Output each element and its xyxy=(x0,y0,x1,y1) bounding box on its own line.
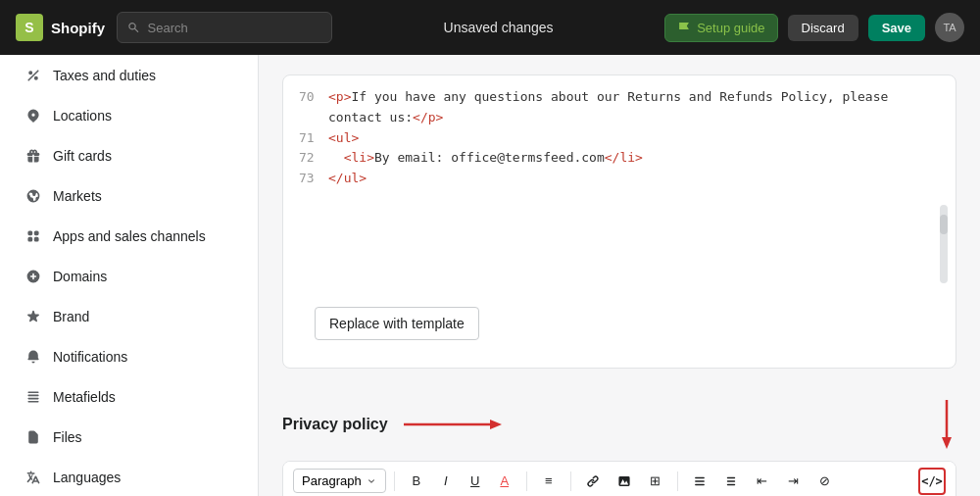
brand-icon xyxy=(24,307,43,326)
sidebar-label-domains: Domains xyxy=(53,269,107,284)
search-bar[interactable] xyxy=(117,12,332,43)
sidebar-item-apps[interactable]: Apps and sales channels xyxy=(8,217,250,256)
save-button[interactable]: Save xyxy=(868,15,925,41)
search-input[interactable] xyxy=(148,21,321,35)
align-button[interactable]: ≡ xyxy=(535,468,563,495)
italic-button[interactable]: I xyxy=(432,468,460,495)
sidebar: Taxes and duties Locations Gift cards Ma… xyxy=(0,55,259,496)
percent-icon xyxy=(24,66,43,85)
sidebar-label-metafields: Metafields xyxy=(53,389,116,405)
sidebar-label-brand: Brand xyxy=(53,309,89,324)
clear-format-button[interactable]: ⊘ xyxy=(811,468,839,495)
sidebar-item-notifications[interactable]: Notifications xyxy=(8,337,250,376)
gift-icon xyxy=(24,146,43,166)
unordered-list-icon xyxy=(693,474,707,488)
sidebar-item-files[interactable]: Files xyxy=(8,418,250,457)
flag-icon xyxy=(677,21,691,34)
logo-mark: S xyxy=(16,14,43,41)
topbar-left: S Shopify xyxy=(16,12,332,43)
privacy-section: Privacy policy xyxy=(282,384,956,496)
section-title: Privacy policy xyxy=(282,416,502,433)
avatar: TA xyxy=(935,13,964,42)
list-button[interactable] xyxy=(686,468,713,495)
sidebar-item-taxes[interactable]: Taxes and duties xyxy=(8,56,250,95)
location-icon xyxy=(24,106,43,125)
main-content: 70 <p>If you have any questions about ou… xyxy=(259,55,980,496)
sidebar-label-gift-cards: Gift cards xyxy=(53,148,112,164)
toolbar-separator-3 xyxy=(570,471,571,491)
editor-toolbar: Paragraph B I U A ≡ xyxy=(283,462,956,496)
sidebar-label-notifications: Notifications xyxy=(53,349,127,365)
topbar-right: Setup guide Discard Save TA xyxy=(664,13,964,42)
code-line-73: 73 </ul> xyxy=(299,169,940,189)
red-arrow-down-icon xyxy=(937,400,956,449)
indent-increase-button[interactable]: ⇥ xyxy=(780,468,808,495)
arrow-annotation xyxy=(404,417,502,432)
code-line-70: 70 <p>If you have any questions about ou… xyxy=(299,87,940,128)
svg-marker-1 xyxy=(490,420,502,429)
sidebar-item-metafields[interactable]: Metafields xyxy=(8,377,250,417)
down-arrow-annotation xyxy=(937,400,956,449)
table-button[interactable]: ⊞ xyxy=(642,468,669,495)
sidebar-label-markets: Markets xyxy=(53,188,102,204)
toolbar-separator xyxy=(394,471,395,491)
chevron-down-icon xyxy=(366,475,377,487)
code-line-71: 71 <ul> xyxy=(299,128,940,149)
section-header: Privacy policy xyxy=(282,384,956,461)
sidebar-label-languages: Languages xyxy=(53,470,121,485)
bold-button[interactable]: B xyxy=(403,468,430,495)
brand-name: Shopify xyxy=(51,20,105,36)
sidebar-label-locations: Locations xyxy=(53,108,112,124)
svg-marker-3 xyxy=(942,437,952,449)
indent-decrease-button[interactable]: ⇤ xyxy=(749,468,776,495)
toolbar-separator-2 xyxy=(526,471,527,491)
apps-icon xyxy=(24,226,43,246)
replace-template-button[interactable]: Replace with template xyxy=(315,307,479,340)
red-arrow-right-icon xyxy=(404,417,502,432)
unsaved-label: Unsaved changes xyxy=(444,20,554,35)
underline-button[interactable]: U xyxy=(462,468,489,495)
image-icon xyxy=(617,474,631,488)
color-button[interactable]: A xyxy=(491,468,518,495)
domains-icon xyxy=(24,267,43,286)
topbar: S Shopify Unsaved changes Setup guide Di… xyxy=(0,0,980,55)
ordered-list-button[interactable] xyxy=(717,468,745,495)
privacy-policy-title: Privacy policy xyxy=(282,416,388,433)
shopify-logo: S Shopify xyxy=(16,14,105,41)
sidebar-item-locations[interactable]: Locations xyxy=(8,96,250,135)
search-icon xyxy=(127,21,140,34)
code-editor-card: 70 <p>If you have any questions about ou… xyxy=(282,74,956,369)
code-line-72: 72 <li>By email: office@termsfeed.com</l… xyxy=(299,148,940,169)
sidebar-item-markets[interactable]: Markets xyxy=(8,176,250,216)
paragraph-select[interactable]: Paragraph xyxy=(293,469,386,493)
sidebar-label-files: Files xyxy=(53,429,82,445)
image-button[interactable] xyxy=(611,468,638,495)
setup-guide-button[interactable]: Setup guide xyxy=(664,14,777,42)
toolbar-separator-4 xyxy=(677,471,678,491)
sidebar-item-domains[interactable]: Domains xyxy=(8,257,250,296)
code-editor-content: 70 <p>If you have any questions about ou… xyxy=(283,75,956,201)
layout: Taxes and duties Locations Gift cards Ma… xyxy=(0,55,980,496)
sidebar-label-apps: Apps and sales channels xyxy=(53,228,206,244)
source-code-button[interactable]: </> xyxy=(918,468,946,495)
privacy-editor-card: Paragraph B I U A ≡ xyxy=(282,461,956,496)
sidebar-label-taxes: Taxes and duties xyxy=(53,68,156,83)
sidebar-item-languages[interactable]: Languages xyxy=(8,458,250,496)
ordered-list-icon xyxy=(724,474,738,488)
link-button[interactable] xyxy=(579,468,607,495)
languages-icon xyxy=(24,468,43,487)
metafields-icon xyxy=(24,387,43,407)
sidebar-item-brand[interactable]: Brand xyxy=(8,297,250,336)
bell-icon xyxy=(24,347,43,367)
sidebar-item-gift-cards[interactable]: Gift cards xyxy=(8,136,250,175)
paragraph-label: Paragraph xyxy=(302,473,362,488)
link-icon xyxy=(586,474,600,488)
files-icon xyxy=(24,427,43,447)
toolbar-group-text: B I U A xyxy=(403,468,518,495)
globe-icon xyxy=(24,186,43,206)
discard-button[interactable]: Discard xyxy=(788,15,858,41)
